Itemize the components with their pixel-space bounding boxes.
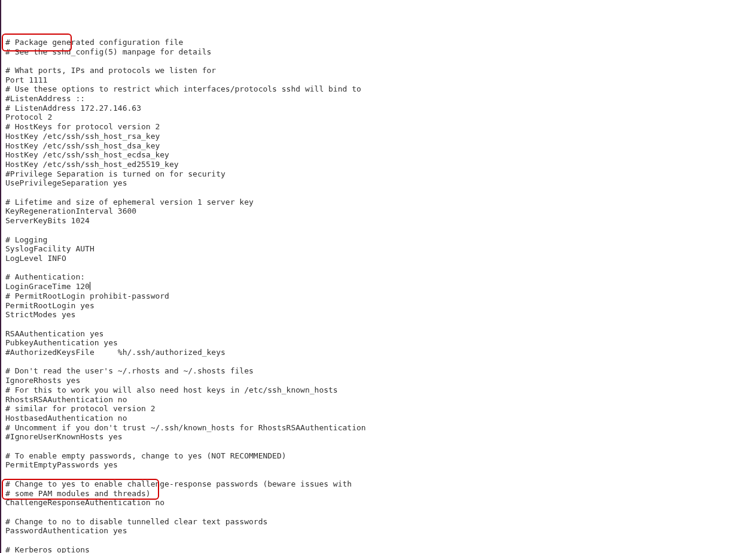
config-line: #ListenAddress :: xyxy=(5,94,756,104)
config-line: HostbasedAuthentication no xyxy=(5,414,756,423)
config-line: IgnoreRhosts yes xyxy=(5,376,756,385)
config-line xyxy=(5,320,756,329)
config-line: # See the sshd_config(5) manpage for det… xyxy=(5,47,756,57)
config-line: HostKey /etc/ssh/ssh_host_dsa_key xyxy=(5,141,756,151)
config-line: # To enable empty passwords, change to y… xyxy=(5,451,756,461)
config-line: PasswordAuthentication yes xyxy=(5,526,756,536)
config-line: ServerKeyBits 1024 xyxy=(5,216,756,226)
config-line: Protocol 2 xyxy=(5,113,756,122)
config-line: # some PAM modules and threads) xyxy=(5,489,756,499)
config-line: RhostsRSAAuthentication no xyxy=(5,395,756,405)
config-line xyxy=(5,188,756,198)
config-line: StrictModes yes xyxy=(5,310,756,320)
config-line xyxy=(5,263,756,273)
config-line: # PermitRootLogin prohibit-password xyxy=(5,291,756,301)
config-line: # HostKeys for protocol version 2 xyxy=(5,122,756,132)
text-cursor xyxy=(90,282,90,290)
config-line: SyslogFacility AUTH xyxy=(5,244,756,254)
config-line: # Change to no to disable tunnelled clea… xyxy=(5,517,756,527)
config-file-view[interactable]: # Package generated configuration file# … xyxy=(5,38,756,553)
config-line: # Logging xyxy=(5,235,756,245)
config-line: # Use these options to restrict which in… xyxy=(5,84,756,94)
config-line xyxy=(5,536,756,545)
config-line: HostKey /etc/ssh/ssh_host_ed25519_key xyxy=(5,160,756,169)
config-line: # Kerberos options xyxy=(5,545,756,553)
config-line xyxy=(5,470,756,479)
config-line: # Change to yes to enable challenge-resp… xyxy=(5,479,756,489)
config-line: HostKey /etc/ssh/ssh_host_rsa_key xyxy=(5,132,756,141)
config-line: # What ports, IPs and protocols we liste… xyxy=(5,66,756,75)
config-line xyxy=(5,56,756,66)
config-line: # For this to work you will also need ho… xyxy=(5,385,756,395)
config-line: PermitEmptyPasswords yes xyxy=(5,460,756,470)
config-line: RSAAuthentication yes xyxy=(5,329,756,339)
config-line: ChallengeResponseAuthentication no xyxy=(5,498,756,508)
config-line: # Don't read the user's ~/.rhosts and ~/… xyxy=(5,366,756,376)
config-line: # Lifetime and size of ephemeral version… xyxy=(5,198,756,207)
config-line: LoginGraceTime 120 xyxy=(5,282,756,291)
config-line xyxy=(5,508,756,517)
config-line xyxy=(5,357,756,367)
config-line: LogLevel INFO xyxy=(5,254,756,263)
config-line: # Authentication: xyxy=(5,272,756,282)
config-line: UsePrivilegeSeparation yes xyxy=(5,178,756,188)
config-line: # Package generated configuration file xyxy=(5,38,756,47)
config-line: KeyRegenerationInterval 3600 xyxy=(5,206,756,216)
config-line: # similar for protocol version 2 xyxy=(5,404,756,414)
config-line: HostKey /etc/ssh/ssh_host_ecdsa_key xyxy=(5,150,756,160)
config-line: PermitRootLogin yes xyxy=(5,301,756,311)
config-line xyxy=(5,226,756,235)
config-line: #Privilege Separation is turned on for s… xyxy=(5,169,756,179)
config-line: # Uncomment if you don't trust ~/.ssh/kn… xyxy=(5,423,756,433)
config-line xyxy=(5,442,756,451)
config-line: # ListenAddress 172.27.146.63 xyxy=(5,104,756,113)
config-line: #AuthorizedKeysFile %h/.ssh/authorized_k… xyxy=(5,348,756,357)
config-line: Port 1111 xyxy=(5,75,756,85)
config-line: #IgnoreUserKnownHosts yes xyxy=(5,432,756,442)
config-line: PubkeyAuthentication yes xyxy=(5,338,756,348)
